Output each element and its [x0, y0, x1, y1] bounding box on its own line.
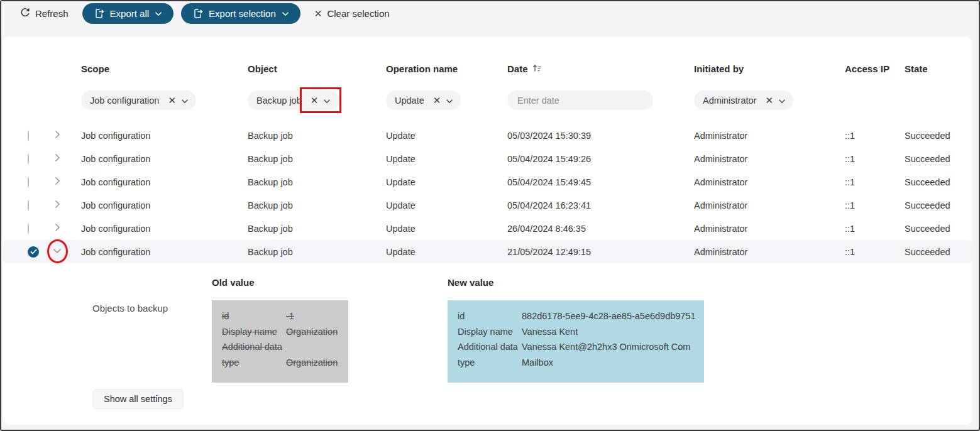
- column-header-state[interactable]: State: [905, 63, 972, 74]
- old-value-row: id-1: [222, 308, 338, 324]
- column-header-object[interactable]: Object: [248, 63, 386, 74]
- column-header-scope[interactable]: Scope: [81, 63, 248, 74]
- show-all-settings-button[interactable]: Show all settings: [92, 389, 184, 409]
- cell-state: Succeeded: [905, 154, 972, 164]
- cell-scope: Job configuration: [81, 224, 248, 234]
- object-filter[interactable]: Backup job ✕: [248, 90, 338, 110]
- table-row[interactable]: Job configuration Backup job Update 05/0…: [3, 170, 972, 194]
- row-checkbox[interactable]: [28, 177, 29, 188]
- old-value-header: Old value: [212, 277, 255, 288]
- cell-object: Backup job: [248, 224, 386, 234]
- sort-ascending-icon: [532, 63, 542, 74]
- export-all-button[interactable]: Export all: [82, 3, 174, 24]
- toolbar: Refresh Export all Export selection ✕ Cl…: [1, 1, 979, 36]
- column-header-access-ip[interactable]: Access IP: [845, 63, 905, 74]
- cell-date: 05/04/2024 15:49:45: [507, 177, 694, 187]
- table-row[interactable]: Job configuration Backup job Update 26/0…: [3, 217, 972, 240]
- cell-operation: Update: [386, 154, 507, 164]
- cell-object: Backup job: [248, 200, 386, 210]
- cell-access-ip: ::1: [845, 224, 905, 234]
- cell-operation: Update: [386, 177, 507, 187]
- new-value-header: New value: [448, 277, 493, 288]
- date-filter-input[interactable]: [507, 90, 653, 110]
- table-header-row: Scope Object Operation name Date Initiat…: [3, 62, 972, 75]
- table-row-selected[interactable]: Job configuration Backup job Update 21/0…: [3, 240, 972, 263]
- row-detail-panel: Objects to backup Old value New value id…: [3, 263, 972, 417]
- chevron-down-icon[interactable]: [778, 95, 786, 106]
- old-value-row: Additional data: [222, 339, 338, 355]
- initiated-by-filter[interactable]: Administrator ✕: [694, 90, 793, 110]
- cell-initiated-by: Administrator: [694, 154, 845, 164]
- cell-object: Backup job: [248, 154, 386, 164]
- cell-date: 05/04/2024 15:49:26: [507, 154, 694, 164]
- chevron-down-icon: [282, 11, 289, 16]
- cell-object: Backup job: [248, 247, 386, 257]
- clear-filter-icon[interactable]: ✕: [433, 95, 441, 105]
- chevron-right-icon[interactable]: [53, 177, 62, 187]
- chevron-down-icon[interactable]: [323, 95, 331, 106]
- old-value-row: Display nameOrganization: [222, 324, 338, 340]
- cell-operation: Update: [386, 131, 507, 141]
- cell-scope: Job configuration: [81, 177, 248, 187]
- chevron-right-icon[interactable]: [53, 130, 62, 141]
- row-checkbox[interactable]: [28, 153, 29, 165]
- export-all-label: Export all: [110, 8, 150, 19]
- column-header-initiated-by[interactable]: Initiated by: [694, 63, 845, 74]
- row-checkbox[interactable]: [28, 223, 29, 234]
- operation-filter[interactable]: Update ✕: [386, 90, 461, 110]
- detail-setting-label: Objects to backup: [92, 303, 168, 314]
- table-row[interactable]: Job configuration Backup job Update 05/0…: [3, 124, 972, 147]
- new-value-row: id882d6178-5ee9-4c28-ae85-a5e6d9db9751: [458, 308, 694, 324]
- audit-log-panel: Scope Object Operation name Date Initiat…: [3, 36, 972, 425]
- cell-initiated-by: Administrator: [694, 131, 845, 141]
- chevron-down-icon[interactable]: [181, 95, 189, 106]
- cell-state: Succeeded: [905, 224, 972, 234]
- chevron-down-icon[interactable]: [446, 95, 453, 106]
- cell-access-ip: ::1: [845, 131, 905, 141]
- export-selection-label: Export selection: [209, 8, 276, 19]
- cell-date: 21/05/2024 12:49:15: [507, 247, 694, 257]
- cell-initiated-by: Administrator: [694, 224, 845, 234]
- table-row[interactable]: Job configuration Backup job Update 05/0…: [3, 147, 972, 170]
- chevron-right-icon[interactable]: [53, 153, 62, 164]
- cell-date: 26/04/2024 8:46:35: [507, 224, 694, 234]
- export-icon: [94, 8, 104, 19]
- cell-access-ip: ::1: [845, 154, 905, 164]
- clear-filter-icon[interactable]: ✕: [311, 95, 319, 105]
- cell-access-ip: ::1: [845, 247, 905, 257]
- refresh-button[interactable]: Refresh: [14, 3, 75, 24]
- chevron-right-icon[interactable]: [53, 200, 62, 210]
- filter-row: Job configuration ✕ Backup job ✕: [3, 90, 972, 110]
- clear-selection-button[interactable]: ✕ Clear selection: [308, 3, 396, 24]
- cell-initiated-by: Administrator: [694, 177, 845, 187]
- refresh-icon: [20, 8, 30, 19]
- cell-scope: Job configuration: [81, 131, 248, 141]
- chevron-down-icon: [155, 11, 162, 16]
- cell-initiated-by: Administrator: [694, 200, 845, 210]
- clear-filter-icon[interactable]: ✕: [168, 95, 176, 105]
- new-value-row: typeMailbox: [458, 355, 694, 371]
- row-checkbox[interactable]: [28, 130, 29, 141]
- scope-filter[interactable]: Job configuration ✕: [81, 90, 196, 110]
- row-checkbox-checked[interactable]: [28, 246, 39, 258]
- column-header-operation[interactable]: Operation name: [386, 63, 507, 74]
- chevron-down-icon[interactable]: [53, 246, 62, 257]
- export-selection-button[interactable]: Export selection: [181, 3, 300, 24]
- chevron-right-icon[interactable]: [53, 223, 62, 234]
- export-icon: [192, 8, 203, 19]
- clear-filter-icon[interactable]: ✕: [765, 95, 773, 105]
- cell-operation: Update: [386, 200, 507, 210]
- cell-initiated-by: Administrator: [694, 247, 845, 257]
- old-value-panel: id-1 Display nameOrganization Additional…: [212, 300, 348, 383]
- table-row[interactable]: Job configuration Backup job Update 05/0…: [3, 194, 972, 217]
- old-value-row: typeOrganization: [222, 355, 338, 371]
- cell-operation: Update: [386, 224, 507, 234]
- new-value-panel: id882d6178-5ee9-4c28-ae85-a5e6d9db9751 D…: [448, 300, 704, 383]
- cell-operation: Update: [386, 247, 507, 257]
- new-value-row: Additional dataVanessa Kent@2h2hx3 Onmic…: [458, 339, 694, 355]
- row-checkbox[interactable]: [28, 200, 29, 211]
- cell-scope: Job configuration: [81, 154, 248, 164]
- column-header-date[interactable]: Date: [507, 63, 694, 74]
- new-value-row: Display nameVanessa Kent: [458, 324, 694, 340]
- cell-state: Succeeded: [905, 247, 972, 257]
